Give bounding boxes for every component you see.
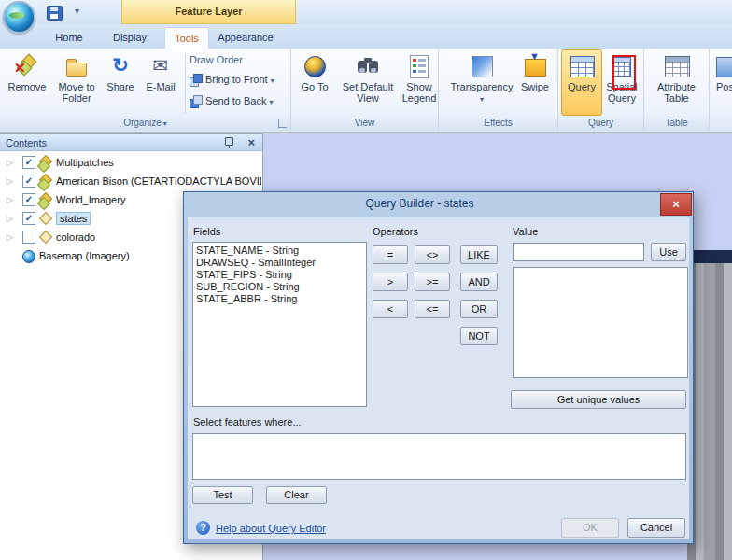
fields-label: Fields [193,226,220,237]
tab-tools[interactable]: Tools [164,27,209,49]
tab-home[interactable]: Home [43,27,95,48]
save-icon-top [50,7,58,11]
bring-to-front-button[interactable]: Bring to Front▾ [190,72,274,89]
operator-not-button[interactable]: NOT [460,327,498,345]
layer-checkbox[interactable]: ✓ [22,193,35,206]
layer-checkbox[interactable] [22,231,35,244]
share-button[interactable]: ↻ Share [103,50,138,115]
field-item[interactable]: SUB_REGION - String [196,281,363,293]
contents-panel-header: Contents × [0,134,262,151]
layer-checkbox[interactable]: ✓ [22,212,35,225]
show-legend-button[interactable]: Show Legend [401,50,438,115]
organize-dialog-launcher-icon[interactable] [278,119,287,128]
ribbon-group-partial: Pos [710,49,732,131]
layer-icon [39,212,52,225]
field-item[interactable]: STATE_ABBR - String [196,293,363,305]
email-button[interactable]: ✉ E-Mail [140,50,181,115]
layer-label[interactable]: colorado [56,231,95,243]
position-label: Pos [716,81,732,92]
send-to-back-dropdown-icon[interactable]: ▾ [269,98,273,106]
operator-like-button[interactable]: LIKE [460,245,498,264]
go-to-button[interactable]: Go To [297,50,332,115]
layer-icon [39,156,52,169]
close-panel-icon[interactable]: × [247,134,255,151]
operator-greater-equal-button[interactable]: >= [415,273,450,291]
application-window: ▾ Feature Layer Home Display Tools Appea… [0,0,732,560]
binoculars-icon [355,53,381,79]
attribute-table-icon [664,53,690,79]
globe-icon [9,12,24,19]
operator-less-equal-button[interactable]: <= [415,300,450,318]
title-bar: ▾ Feature Layer [0,0,732,25]
expand-icon[interactable]: ▷ [7,228,13,246]
bring-to-front-icon [190,74,202,86]
operator-less-button[interactable]: < [373,300,408,318]
contextual-tab-feature-layer[interactable]: Feature Layer [121,0,296,24]
tab-appearance[interactable]: Appearance [213,27,278,48]
value-input[interactable] [513,243,644,261]
swipe-label: Swipe [517,81,553,92]
get-unique-values-button[interactable]: Get unique values [511,390,686,409]
bring-to-front-label: Bring to Front [205,74,268,85]
layer-checkbox[interactable]: ✓ [22,156,35,169]
transparency-button[interactable]: Transparency ▾ [450,50,514,115]
remove-button[interactable]: ✕ Remove [2,50,52,115]
layer-label-selected[interactable]: states [56,212,91,225]
map-horizon-band [687,250,732,263]
where-clause-textarea[interactable] [192,433,686,480]
tab-display[interactable]: Display [101,27,159,48]
layer-label[interactable]: Basemap (Imagery) [39,250,130,261]
expand-icon[interactable]: ▷ [7,153,13,172]
move-to-folder-button[interactable]: Move to Folder [52,50,101,115]
field-item[interactable]: STATE_NAME - String [196,245,363,257]
tree-item-multipatches[interactable]: ▷ ✓ Multipatches [0,153,261,172]
view-group-label: View [355,118,375,128]
set-default-view-button[interactable]: Set Default View [334,50,401,115]
operator-or-button[interactable]: OR [460,300,498,318]
operator-and-button[interactable]: AND [460,273,498,291]
send-to-back-label: Send to Back [205,95,266,106]
organize-group-footer: Organize▾ [0,117,290,131]
share-label: Share [103,81,138,92]
swipe-button[interactable]: ▼ Swipe [517,50,553,115]
map-imagery-area [687,263,732,560]
send-to-back-button[interactable]: Send to Back▾ [190,93,273,110]
app-menu-globe-button[interactable] [3,1,35,34]
bring-to-front-dropdown-icon[interactable]: ▾ [271,77,274,85]
position-button-partial[interactable]: Pos [711,50,732,115]
operator-greater-button[interactable]: > [373,273,408,291]
expand-icon[interactable]: ▷ [7,172,13,190]
pin-icon[interactable] [224,137,234,148]
organize-dropdown-icon[interactable]: ▾ [163,119,167,128]
dialog-close-button[interactable]: × [660,193,692,216]
operator-not-equals-button[interactable]: <> [415,245,450,264]
layer-checkbox[interactable]: ✓ [22,175,35,188]
transparency-dropdown-icon[interactable]: ▾ [480,95,484,104]
clear-button[interactable]: Clear [266,486,327,504]
folder-icon [63,53,90,79]
layer-label[interactable]: Multipatches [56,157,114,168]
select-features-where-label: Select features where... [193,416,302,427]
email-label: E-Mail [140,81,181,92]
fields-listbox[interactable]: STATE_NAME - String DRAWSEQ - SmallInteg… [192,242,367,407]
layer-label[interactable]: World_Imagery [56,194,125,205]
help-icon[interactable]: ? [196,521,210,535]
expand-icon[interactable]: ▷ [7,190,13,209]
use-button[interactable]: Use [651,243,686,261]
quick-access-dropdown-arrow[interactable]: ▾ [75,6,79,16]
query-button[interactable]: Query [561,49,602,116]
operator-equals-button[interactable]: = [373,245,408,264]
swipe-icon: ▼ [522,53,548,79]
field-item[interactable]: STATE_FIPS - String [196,269,363,281]
ok-button-disabled[interactable]: OK [561,518,619,538]
field-item[interactable]: DRAWSEQ - SmallInteger [196,257,363,269]
value-listbox[interactable] [513,267,688,378]
layer-label[interactable]: American Bison (CETARTIODACTYLA BOVIDAE … [56,175,261,187]
help-link[interactable]: Help about Query Editor [216,523,326,534]
tree-item-american-bison[interactable]: ▷ ✓ American Bison (CETARTIODACTYLA BOVI… [0,172,261,190]
attribute-table-button[interactable]: Attribute Table [648,50,705,115]
expand-icon[interactable]: ▷ [7,209,13,228]
test-button[interactable]: Test [192,486,253,504]
cancel-button[interactable]: Cancel [627,518,685,538]
save-icon[interactable] [47,6,63,21]
